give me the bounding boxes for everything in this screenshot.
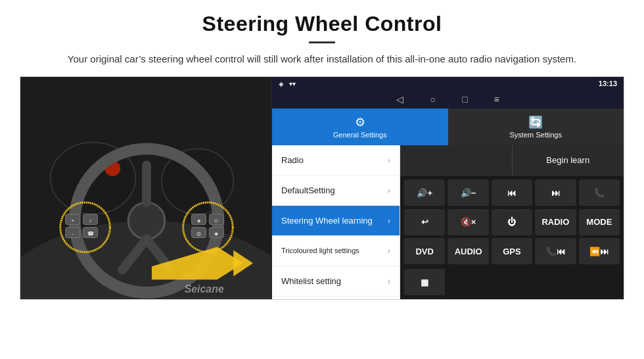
back-nav-icon[interactable]: ◁ <box>396 94 403 105</box>
audio-button[interactable]: AUDIO <box>448 238 488 264</box>
dvd-label: DVD <box>415 247 433 256</box>
next-track-button[interactable]: ⏭ <box>535 180 576 206</box>
vol-down-button[interactable]: 🔊− <box>448 180 488 206</box>
menu-radio-label: Radio <box>281 155 304 165</box>
svg-text:Seicane: Seicane <box>185 283 224 295</box>
menu-whitelist-chevron: › <box>388 277 390 286</box>
menu-panel: Radio › DefaultSetting › Steering Wheel … <box>272 145 400 299</box>
content-area: + - ♪ ☎ ◈ ◎ ◇ ◈ <box>20 76 624 300</box>
phone-icon: 📞 <box>594 188 605 198</box>
blank-cell <box>400 145 513 175</box>
menu-radio-chevron: › <box>388 156 390 165</box>
menu-item-steering[interactable]: Steering Wheel learning › <box>272 206 400 236</box>
control-panel: Begin learn 🔊+ 🔊− ⏮ <box>400 145 624 299</box>
power-icon: ⏻ <box>507 217 516 227</box>
subtitle: Your original car’s steering wheel contr… <box>53 51 591 67</box>
tab-general-settings[interactable]: ⚙ General Settings <box>272 108 448 145</box>
power-button[interactable]: ⏻ <box>492 209 532 235</box>
vol-down-icon: 🔊− <box>461 188 476 198</box>
system-settings-icon: 🔄 <box>528 115 543 130</box>
menu-tricoloured-label: Tricoloured light settings <box>281 246 359 255</box>
vol-up-button[interactable]: 🔊+ <box>404 180 445 206</box>
mute-button[interactable]: 🔇× <box>448 209 488 235</box>
call-prev-button[interactable]: 📞⏮ <box>535 238 576 264</box>
steering-wheel-image: + - ♪ ☎ ◈ ◎ ◇ ◈ <box>20 77 272 299</box>
menu-item-whitelist[interactable]: Whitelist setting › <box>272 266 400 297</box>
menu-nav-icon[interactable]: ≡ <box>494 94 499 105</box>
signal-icon: ▾▾ <box>289 80 296 87</box>
page-title: Steering Wheel Control <box>20 12 624 36</box>
android-panel: ◈ ▾▾ 13:13 ◁ ○ □ ≡ ⚙ General Settings <box>272 77 624 299</box>
mute-icon: 🔇× <box>461 217 476 227</box>
location-icon: ◈ <box>279 80 284 87</box>
menu-steering-chevron: › <box>388 216 390 226</box>
svg-text:◎: ◎ <box>196 231 201 237</box>
svg-text:♪: ♪ <box>89 218 92 224</box>
bottom-row: ▦ <box>400 269 624 299</box>
page-container: Steering Wheel Control Your original car… <box>0 0 644 306</box>
menu-default-label: DefaultSetting <box>281 185 335 195</box>
gps-label: GPS <box>503 247 520 256</box>
radio-label: RADIO <box>541 217 569 227</box>
menu-item-tricoloured[interactable]: Tricoloured light settings › <box>272 236 400 266</box>
begin-learn-button[interactable]: Begin learn <box>513 145 624 175</box>
tab-system-label: System Settings <box>510 131 562 139</box>
tabs-row: ⚙ General Settings 🔄 System Settings <box>272 108 624 145</box>
svg-text:☎: ☎ <box>87 231 94 237</box>
status-bar-right: 13:13 <box>599 80 617 87</box>
svg-text:-: - <box>72 231 74 236</box>
menu-item-defaultsetting[interactable]: DefaultSetting › <box>272 176 400 206</box>
prev-next-button[interactable]: ⏪⏭ <box>579 238 620 264</box>
menu-item-radio[interactable]: Radio › <box>272 145 400 176</box>
svg-text:◇: ◇ <box>214 218 219 224</box>
time-display: 13:13 <box>599 80 617 87</box>
tab-system-settings[interactable]: 🔄 System Settings <box>448 108 624 145</box>
vol-up-icon: 🔊+ <box>417 188 432 198</box>
status-bar-left: ◈ ▾▾ <box>279 80 296 87</box>
prev-track-button[interactable]: ⏮ <box>492 180 532 206</box>
title-section: Steering Wheel Control Your original car… <box>20 12 624 67</box>
mode-button[interactable]: MODE <box>579 209 620 235</box>
back-icon: ↩ <box>421 217 428 227</box>
svg-text:◈: ◈ <box>214 231 219 237</box>
prev-track-icon: ⏮ <box>507 188 516 198</box>
menu-grid-button[interactable]: ▦ <box>404 269 445 295</box>
status-bar: ◈ ▾▾ 13:13 <box>272 77 624 90</box>
radio-button[interactable]: RADIO <box>535 209 576 235</box>
home-nav-icon[interactable]: ○ <box>430 94 435 105</box>
svg-point-6 <box>128 203 165 239</box>
recent-nav-icon[interactable]: □ <box>462 94 467 105</box>
svg-text:+: + <box>71 218 74 224</box>
audio-label: AUDIO <box>455 247 482 256</box>
main-split: Radio › DefaultSetting › Steering Wheel … <box>272 145 624 299</box>
mode-label: MODE <box>586 217 612 227</box>
menu-tricoloured-chevron: › <box>388 247 390 256</box>
begin-learn-row: Begin learn <box>400 145 624 176</box>
phone-button[interactable]: 📞 <box>579 180 620 206</box>
tab-general-label: General Settings <box>333 131 387 139</box>
button-grid: 🔊+ 🔊− ⏮ ⏭ 📞 <box>400 176 624 269</box>
gps-button[interactable]: GPS <box>492 238 532 264</box>
call-prev-icon: 📞⏮ <box>546 247 565 256</box>
dvd-button[interactable]: DVD <box>404 238 445 264</box>
back-button[interactable]: ↩ <box>404 209 445 235</box>
nav-bar: ◁ ○ □ ≡ <box>272 90 624 108</box>
menu-whitelist-label: Whitelist setting <box>281 276 341 286</box>
title-divider <box>309 41 335 43</box>
menu-grid-icon: ▦ <box>421 277 428 287</box>
menu-default-chevron: › <box>388 186 390 195</box>
general-settings-icon: ⚙ <box>355 115 365 130</box>
next-track-icon: ⏭ <box>551 188 560 198</box>
menu-steering-label: Steering Wheel learning <box>281 216 373 226</box>
prev-next-icon: ⏪⏭ <box>589 247 609 256</box>
